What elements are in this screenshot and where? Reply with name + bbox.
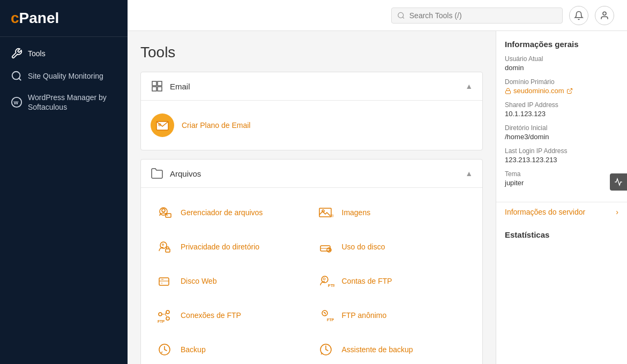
conexoes-ftp-link[interactable]: Conexões de FTP	[181, 311, 241, 320]
shared-ip-row: Shared IP Address 10.1.123.123	[505, 101, 618, 118]
gerenciador-arquivos-item: Gerenciador de arquivos	[151, 196, 312, 229]
svg-point-30	[322, 310, 327, 316]
server-info-link-row[interactable]: Informações do servidor ›	[496, 202, 627, 222]
backup-icon	[155, 340, 174, 359]
svg-point-15	[322, 210, 324, 212]
uso-disco-link[interactable]: Uso do disco	[342, 242, 385, 251]
gerenciador-arquivos-link[interactable]: Gerenciador de arquivos	[181, 208, 263, 217]
site-quality-icon	[11, 70, 23, 82]
content-area: Tools Email ▲	[128, 31, 627, 364]
uso-disco-item: Uso do disco	[312, 231, 473, 263]
email-section-body: Criar Plano de Email	[141, 101, 482, 150]
last-login-ip-label: Last Login IP Address	[505, 147, 618, 155]
email-plan-item: Criar Plano de Email	[151, 109, 473, 141]
search-icon	[397, 11, 405, 20]
imagens-item: Imagens	[312, 196, 473, 229]
backup-link[interactable]: Backup	[181, 345, 206, 354]
bell-icon	[574, 11, 584, 20]
directory-privacy-icon	[155, 237, 174, 256]
statistics-title: Estatísticas	[496, 222, 627, 244]
email-section-header[interactable]: Email ▲	[141, 72, 482, 101]
svg-point-26	[159, 313, 162, 316]
disco-web-item: Disco Web	[151, 265, 312, 297]
sidebar-item-wordpress[interactable]: W WordPress Manager by Softaculous	[0, 87, 128, 117]
folder-icon	[151, 167, 163, 180]
server-info-link-text: Informações do servidor	[505, 208, 585, 216]
notifications-button[interactable]	[569, 6, 588, 25]
svg-line-36	[569, 88, 572, 92]
general-info-section: Informações gerais Usuário Atual domin D…	[496, 31, 627, 202]
shared-ip-value: 10.1.123.123	[505, 110, 618, 118]
svg-text:FTP: FTP	[158, 320, 165, 323]
arquivos-section-body: Gerenciador de arquivos	[141, 188, 482, 364]
dominio-primario-label: Domínio Primário	[505, 78, 618, 86]
ftp-anonimo-link[interactable]: FTP anônimo	[342, 311, 387, 320]
arquivos-section: Arquivos ▲	[140, 159, 483, 364]
dominio-primario-value[interactable]: seudominio.com	[505, 87, 618, 95]
email-section-icon	[151, 80, 163, 93]
email-plan-icon	[151, 113, 174, 137]
search-input[interactable]	[409, 11, 557, 20]
svg-point-10	[158, 123, 161, 126]
topbar	[128, 0, 627, 31]
envelope-icon	[156, 119, 169, 131]
user-profile-button[interactable]	[595, 6, 614, 25]
usuario-atual-value: domin	[505, 64, 618, 72]
email-section-label: Email	[170, 82, 190, 91]
criar-plano-email-link[interactable]: Criar Plano de Email	[182, 121, 250, 130]
svg-rect-16	[330, 215, 333, 217]
contas-ftp-link[interactable]: Contas de FTP	[342, 277, 392, 285]
assistente-backup-item: Assistente de backup	[312, 333, 473, 364]
sidebar: cPanel Tools Site Quality Monitoring	[0, 0, 128, 364]
email-section: Email ▲ Criar Plano de Email	[140, 72, 483, 150]
last-login-ip-row: Last Login IP Address 123.213.123.213	[505, 147, 618, 164]
backup-wizard-icon	[316, 340, 335, 359]
general-info-title: Informações gerais	[505, 40, 618, 49]
privacidade-diretorio-link[interactable]: Privacidade do diretório	[181, 242, 259, 251]
svg-point-0	[12, 72, 20, 80]
sidebar-item-wordpress-label: WordPress Manager by Softaculous	[28, 93, 117, 112]
usuario-atual-label: Usuário Atual	[505, 55, 618, 63]
search-bar[interactable]	[391, 7, 563, 24]
file-manager-icon	[155, 203, 174, 222]
sidebar-item-tools-label: Tools	[28, 49, 46, 58]
svg-rect-7	[152, 87, 156, 91]
svg-rect-35	[506, 90, 511, 94]
server-info-chevron: ›	[616, 208, 618, 216]
svg-point-18	[162, 244, 164, 246]
ftp-anonimo-item: FTP FTP anônimo	[312, 299, 473, 331]
disk-usage-icon	[316, 237, 335, 256]
sidebar-item-site-quality[interactable]: Site Quality Monitoring	[0, 65, 128, 87]
svg-rect-19	[166, 249, 170, 252]
right-panel: Informações gerais Usuário Atual domin D…	[496, 31, 627, 364]
dominio-primario-row: Domínio Primário seudominio.com	[505, 78, 618, 95]
conexoes-ftp-item: FTP Conexões de FTP	[151, 299, 312, 331]
sidebar-item-site-quality-label: Site Quality Monitoring	[28, 71, 103, 81]
sidebar-item-tools[interactable]: Tools	[0, 42, 128, 65]
svg-point-3	[398, 12, 404, 18]
email-section-chevron: ▲	[465, 82, 473, 90]
backup-item: Backup	[151, 333, 312, 364]
arquivos-section-header[interactable]: Arquivos ▲	[141, 160, 482, 188]
imagens-link[interactable]: Imagens	[342, 208, 371, 217]
float-action-button[interactable]	[610, 173, 627, 191]
privacidade-diretorio-item: Privacidade do diretório	[151, 231, 312, 263]
svg-text:FTP: FTP	[328, 283, 334, 288]
svg-rect-6	[158, 81, 162, 86]
disco-web-link[interactable]: Disco Web	[181, 277, 217, 285]
diretorio-inicial-value: /home3/domin	[505, 133, 618, 141]
wordpress-icon: W	[11, 96, 23, 108]
tema-value: jupiter	[505, 179, 618, 187]
diretorio-inicial-row: Diretório Inicial /home3/domin	[505, 124, 618, 141]
external-link-icon	[566, 88, 573, 94]
svg-rect-22	[159, 278, 169, 285]
svg-point-24	[323, 278, 325, 280]
page-title: Tools	[140, 44, 483, 61]
last-login-ip-value: 123.213.123.213	[505, 156, 618, 164]
arquivos-section-chevron: ▲	[465, 169, 473, 178]
assistente-backup-link[interactable]: Assistente de backup	[342, 345, 413, 354]
svg-point-4	[603, 12, 606, 15]
ftp-connections-icon: FTP	[155, 306, 174, 325]
shared-ip-label: Shared IP Address	[505, 101, 618, 109]
ftp-anonymous-icon: FTP	[316, 306, 335, 325]
